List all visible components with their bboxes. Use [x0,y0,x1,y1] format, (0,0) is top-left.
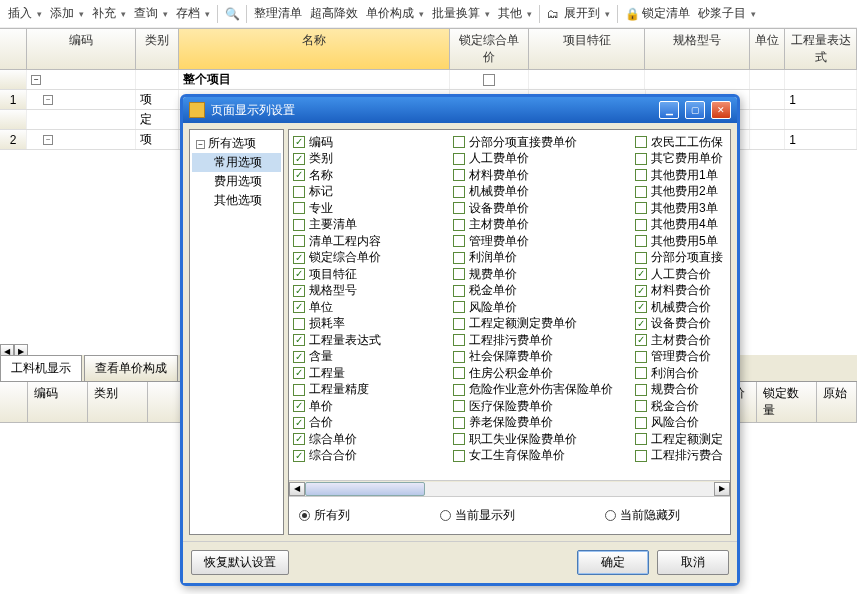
toolbar-item-10[interactable]: 其他 [495,3,535,24]
checkbox-icon[interactable] [635,268,647,280]
checkbox-icon[interactable] [293,252,305,264]
cell[interactable]: 整个项目 [179,70,450,89]
checkbox-icon[interactable] [453,169,465,181]
cell[interactable] [750,130,785,149]
checkbox-icon[interactable] [453,417,465,429]
checklist-item[interactable]: 工程量表达式 [293,332,453,349]
tree-toggle-icon[interactable]: − [43,95,53,105]
checklist-item[interactable]: 管理费单价 [453,233,635,250]
checklist-item[interactable]: 单位 [293,299,453,316]
checklist-item[interactable]: 女工生育保险单价 [453,448,635,465]
checklist-item[interactable]: 分部分项直接费单价 [453,134,635,151]
checklist-item[interactable]: 主材费合价 [635,332,730,349]
checklist-item[interactable]: 其他费用4单 [635,217,730,234]
checklist-item[interactable]: 农民工工伤保 [635,134,730,151]
hscroll-track[interactable] [305,482,714,496]
checkbox-icon[interactable] [453,384,465,396]
checkbox-icon[interactable] [635,417,647,429]
toolbar-item-6[interactable]: 整理清单 [251,3,305,24]
checkbox-icon[interactable] [293,268,305,280]
tree-other[interactable]: 其他选项 [192,191,281,210]
checkbox-icon[interactable] [635,136,647,148]
checkbox-icon[interactable] [453,252,465,264]
toolbar-item-9[interactable]: 批量换算 [429,3,493,24]
cancel-button[interactable]: 取消 [657,550,729,575]
lower-col-type[interactable]: 类别 [88,382,148,422]
checkbox-icon[interactable] [453,433,465,445]
checkbox-icon[interactable] [293,318,305,330]
toolbar-item-5[interactable]: 🔍 [222,5,242,23]
checklist-item[interactable]: 综合合价 [293,448,453,465]
checkbox-icon[interactable] [635,285,647,297]
checklist-item[interactable]: 其他费用2单 [635,184,730,201]
checkbox-icon[interactable] [453,268,465,280]
checkbox-icon[interactable] [635,384,647,396]
table-row[interactable]: −整个项目 [0,70,857,90]
radio-all-cols[interactable]: 所有列 [299,507,350,524]
checklist-item[interactable]: 损耗率 [293,316,453,333]
checkbox-icon[interactable] [293,351,305,363]
cell[interactable] [785,110,857,129]
checklist-item[interactable]: 主要清单 [293,217,453,234]
col-name[interactable]: 名称 [179,29,450,70]
radio-hidden-cols[interactable]: 当前隐藏列 [605,507,680,524]
checkbox-icon[interactable] [453,367,465,379]
checklist-item[interactable]: 标记 [293,184,453,201]
checklist-item[interactable]: 单价 [293,398,453,415]
checkbox-icon[interactable] [635,252,647,264]
checkbox-icon[interactable] [293,417,305,429]
checkbox-icon[interactable] [635,400,647,412]
checkbox-icon[interactable] [293,384,305,396]
toolbar-item-12[interactable]: 🔒锁定清单 [622,3,693,24]
checklist-item[interactable]: 工程定额测定费单价 [453,316,635,333]
checkbox-icon[interactable] [453,450,465,462]
ok-button[interactable]: 确定 [577,550,649,575]
checkbox-icon[interactable] [293,285,305,297]
checkbox-icon[interactable] [635,318,647,330]
checklist-item[interactable]: 机械费单价 [453,184,635,201]
tree-collapse-icon[interactable]: − [196,140,205,149]
checkbox-icon[interactable] [453,318,465,330]
cell[interactable] [785,70,857,89]
checkbox-icon[interactable] [453,351,465,363]
checklist-item[interactable]: 工程排污费单价 [453,332,635,349]
checklist-item[interactable]: 人工费合价 [635,266,730,283]
lower-col-orig[interactable]: 原始 [817,382,857,422]
checklist-item[interactable]: 机械费合价 [635,299,730,316]
checklist-item[interactable]: 医疗保险费单价 [453,398,635,415]
checklist-item[interactable]: 编码 [293,134,453,151]
checkbox-icon[interactable] [293,450,305,462]
checklist-item[interactable]: 专业 [293,200,453,217]
tree-root[interactable]: −所有选项 [192,134,281,153]
checkbox-icon[interactable] [635,334,647,346]
cell[interactable] [750,70,785,89]
checkbox-icon[interactable] [635,153,647,165]
checklist-item[interactable]: 工程定额测定 [635,431,730,448]
checkbox-icon[interactable] [293,334,305,346]
cell[interactable] [450,70,530,89]
checklist-item[interactable]: 规费单价 [453,266,635,283]
checkbox-icon[interactable] [453,301,465,313]
cell[interactable]: 1 [785,90,857,109]
checkbox-icon[interactable] [293,202,305,214]
checkbox-icon[interactable] [453,334,465,346]
close-button[interactable]: ✕ [711,101,731,119]
checkbox-icon[interactable] [635,450,647,462]
tree-fee[interactable]: 费用选项 [192,172,281,191]
checklist-item[interactable]: 其他费用1单 [635,167,730,184]
toolbar-item-11[interactable]: 🗂展开到 [544,3,613,24]
cell[interactable] [750,90,785,109]
checkbox-icon[interactable] [453,136,465,148]
col-type[interactable]: 类别 [136,29,179,70]
checkbox-icon[interactable] [635,219,647,231]
checklist-item[interactable]: 合价 [293,415,453,432]
checkbox-icon[interactable] [453,235,465,247]
lower-col-lockqty[interactable]: 锁定数量 [757,382,817,422]
checklist-item[interactable]: 职工失业保险费单价 [453,431,635,448]
cell[interactable]: 项 [136,130,179,149]
checkbox-icon[interactable] [635,433,647,445]
checklist-item[interactable]: 其他费用3单 [635,200,730,217]
checklist-item[interactable]: 养老保险费单价 [453,415,635,432]
checkbox-icon[interactable] [453,285,465,297]
checklist-item[interactable]: 税金单价 [453,283,635,300]
